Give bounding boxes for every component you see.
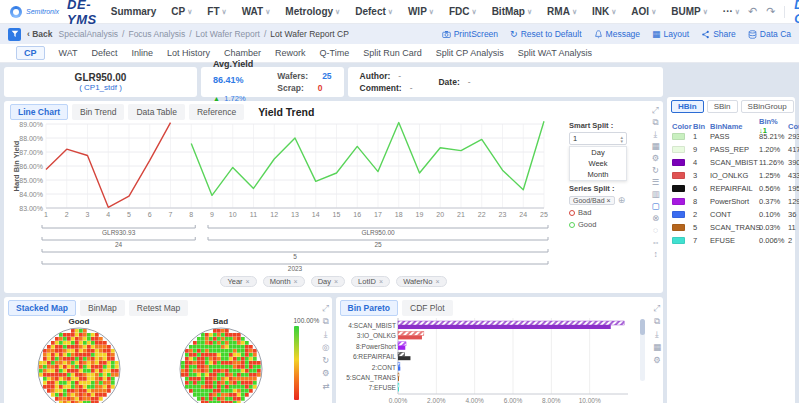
column-header-binname[interactable]: BinName — [710, 122, 758, 131]
pareto-tab-bin-pareto[interactable]: Bin Pareto — [340, 300, 399, 316]
nav-menu-[interactable]: ···∨ — [723, 6, 740, 17]
nav-menu-wat[interactable]: WAT∨ — [242, 6, 271, 17]
vertical-scrollbar[interactable] — [640, 319, 645, 381]
table-row[interactable]: 1PASS85.21%29368 — [671, 130, 799, 143]
bin-pareto-chart[interactable]: 0.00%2.00%4.00%6.00%8.00%10.00%4:SCAN_MB… — [340, 316, 636, 403]
action-data-ca[interactable]: Data Ca — [748, 29, 791, 39]
column-header-bin[interactable]: Bin — [693, 122, 709, 131]
table-row[interactable]: 4SCAN_MBIST11.26%3908 — [671, 156, 799, 169]
smart-split-input[interactable]: 1 ▴▾ — [569, 132, 627, 145]
legend-item-bad[interactable]: Bad — [569, 208, 645, 217]
chart-refresh-icon[interactable]: ↻ — [652, 165, 659, 175]
filter-tag-day[interactable]: Day× — [311, 276, 345, 287]
chart-clear-icon[interactable]: ⊗ — [652, 213, 659, 223]
brand-logo[interactable]: Semitronix — [10, 6, 59, 18]
filter-tag-month[interactable]: Month× — [263, 276, 305, 287]
undo-icon[interactable]: ↶ — [748, 6, 757, 17]
bin-tab-sbingroup[interactable]: SBinGroup — [741, 100, 794, 113]
nav-menu-aoi[interactable]: AOI∨ — [631, 6, 656, 17]
nav-menu-rma[interactable]: RMA∨ — [547, 6, 577, 17]
map-expand-icon[interactable]: ⤢ — [322, 303, 329, 313]
chart-settings-icon[interactable]: ⚙ — [652, 153, 660, 163]
chart-copy-icon[interactable]: ⧉ — [652, 117, 658, 127]
breadcrumb-item[interactable]: Focus Analysis — [128, 29, 185, 39]
yield-trend-chart[interactable]: 89.00%88.00%87.00%86.00%85.00%84.00%83.0… — [10, 120, 550, 272]
tab-lot-history[interactable]: Lot History — [167, 48, 210, 58]
chart-gallery-icon[interactable]: ▦ — [651, 141, 659, 151]
chart-lasso-icon[interactable]: ◌ — [653, 225, 658, 235]
filter-tag-waferno[interactable]: WaferNo× — [396, 276, 446, 287]
column-header-count[interactable]: Count — [788, 122, 799, 131]
chart-box-select-icon[interactable]: ▢ — [651, 201, 659, 211]
bin-tab-sbin[interactable]: SBin — [707, 100, 738, 113]
bin-tab-hbin[interactable]: HBin — [671, 100, 704, 113]
tab-chamber[interactable]: Chamber — [224, 48, 261, 58]
nav-menu-summary[interactable]: Summary — [111, 6, 157, 17]
action-message[interactable]: Message — [594, 29, 641, 39]
tab-defect[interactable]: Defect — [92, 48, 118, 58]
chart-fit-height-icon[interactable]: ↕ — [653, 249, 657, 259]
nav-menu-cp[interactable]: CP∨ — [171, 6, 192, 17]
legend-item-good[interactable]: Good — [569, 220, 645, 229]
breadcrumb-item[interactable]: Lot Wafer Report CP — [270, 29, 349, 39]
pareto-expand-icon[interactable]: ⤢ — [654, 303, 661, 313]
nav-menu-ft[interactable]: FT∨ — [207, 6, 226, 17]
pareto-settings-icon[interactable]: ⚙ — [653, 355, 661, 365]
nav-menu-bitmap[interactable]: BitMap∨ — [492, 6, 532, 17]
lot-sub-link[interactable]: ( CP1_stdf ) — [79, 83, 122, 92]
action-reset-to-default[interactable]: ↻Reset to Default — [510, 29, 582, 39]
table-row[interactable]: 9PASS_REP1.20%417 — [671, 143, 799, 156]
table-row[interactable]: 5SCAN_TRANS0.03%11 — [671, 221, 799, 234]
table-row[interactable]: 2CONT0.10%36 — [671, 208, 799, 221]
tab-split-wat-analysis[interactable]: Split WAT Analysis — [518, 48, 592, 58]
table-row[interactable]: 7EFUSE0.006%2 — [671, 234, 799, 247]
wafer-map-image[interactable] — [35, 326, 123, 403]
nav-menu-metrology[interactable]: Metrology∨ — [285, 6, 340, 17]
tab-cp[interactable]: CP — [16, 46, 45, 60]
map-tab-retest-map[interactable]: Retest Map — [129, 300, 188, 316]
filter-tag-year[interactable]: Year× — [220, 276, 256, 287]
chart-rows-icon[interactable]: ☰ — [652, 177, 660, 187]
filter-tag-lotid[interactable]: LotID× — [351, 276, 390, 287]
map-target-icon[interactable]: ◎ — [322, 342, 329, 352]
tab-rework[interactable]: Rework — [275, 48, 306, 58]
map-swap-icon[interactable]: ⇄ — [322, 381, 329, 391]
chart-columns-icon[interactable]: ▥ — [651, 189, 659, 199]
column-header-color[interactable]: Color — [672, 122, 692, 131]
table-row[interactable]: 6REPAIRFAIL0.56%195 — [671, 182, 799, 195]
tab-split-run-card[interactable]: Split Run Card — [363, 48, 422, 58]
stepper-icons[interactable]: ▴▾ — [620, 135, 623, 143]
nav-menu-fdc[interactable]: FDC∨ — [449, 6, 477, 17]
map-download-icon[interactable]: ⤓ — [324, 329, 328, 339]
tab-split-cp-analysis[interactable]: Split CP Analysis — [436, 48, 504, 58]
tab-wat[interactable]: WAT — [59, 48, 78, 58]
nav-menu-wip[interactable]: WIP∨ — [408, 6, 434, 17]
chart-fit-width-icon[interactable]: ⇔ — [651, 237, 660, 247]
series-tag[interactable]: Good/Bad× — [569, 196, 615, 205]
back-button[interactable]: ‹ Back — [27, 29, 53, 39]
nav-menu-defect[interactable]: Defect∨ — [355, 6, 393, 17]
map-copy-icon[interactable]: ⧉ — [323, 316, 329, 326]
add-series-icon[interactable]: ⊕ — [618, 195, 626, 205]
chart-download-icon[interactable]: ⤓ — [654, 129, 658, 139]
split-option-month[interactable]: Month — [570, 169, 626, 180]
nav-menu-bump[interactable]: BUMP∨ — [671, 6, 708, 17]
chart-tab-reference[interactable]: Reference — [189, 104, 244, 120]
action-layout[interactable]: ▦Layout — [652, 29, 689, 39]
action-printscreen[interactable]: PrintScreen — [442, 29, 498, 39]
chart-tab-line-chart[interactable]: Line Chart — [10, 104, 68, 120]
breadcrumb-item[interactable]: Lot Wafer Report — [196, 29, 260, 39]
wafer-map-image[interactable] — [177, 326, 265, 403]
action-share[interactable]: Share — [701, 29, 736, 39]
redo-icon[interactable]: ↷ — [766, 6, 775, 17]
nav-menu-ink[interactable]: INK∨ — [592, 6, 616, 17]
breadcrumb-item[interactable]: SpecialAnalysis — [59, 29, 119, 39]
map-tab-binmap[interactable]: BinMap — [80, 300, 125, 316]
chart-expand-icon[interactable]: ⤢ — [652, 105, 659, 115]
table-row[interactable]: 8PowerShort0.37%129 — [671, 195, 799, 208]
tab-q-time[interactable]: Q-Time — [320, 48, 350, 58]
pareto-copy-icon[interactable]: ⧉ — [654, 316, 660, 326]
chart-tab-bin-trend[interactable]: Bin Trend — [72, 104, 124, 120]
split-option-week[interactable]: Week — [570, 158, 626, 169]
tab-inline[interactable]: Inline — [132, 48, 154, 58]
